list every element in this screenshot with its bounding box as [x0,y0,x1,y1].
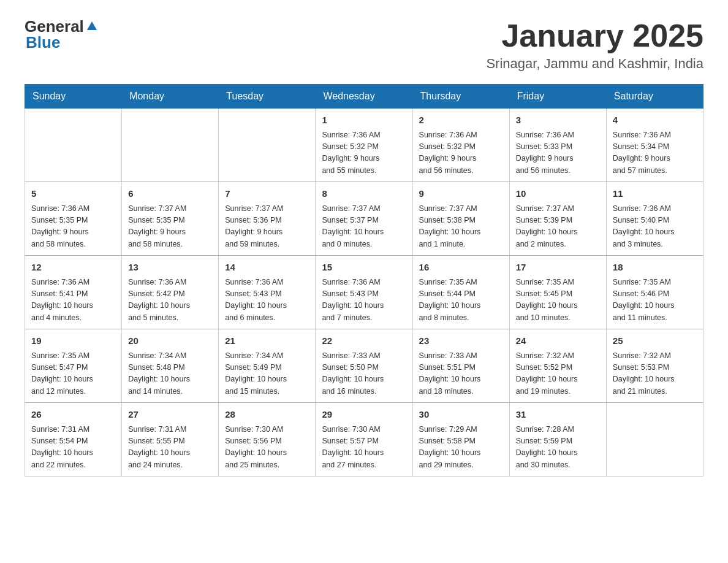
logo-blue-text: Blue [26,34,99,50]
column-header-saturday: Saturday [606,85,703,109]
day-info: Sunrise: 7:36 AM Sunset: 5:42 PM Dayligh… [128,277,212,324]
calendar-week-row: 26Sunrise: 7:31 AM Sunset: 5:54 PM Dayli… [25,403,703,477]
column-header-wednesday: Wednesday [316,85,412,109]
calendar-day-cell: 6Sunrise: 7:37 AM Sunset: 5:35 PM Daylig… [122,182,219,256]
day-number: 30 [419,408,503,422]
day-info: Sunrise: 7:36 AM Sunset: 5:35 PM Dayligh… [31,203,115,251]
calendar-day-cell: 13Sunrise: 7:36 AM Sunset: 5:42 PM Dayli… [122,256,219,329]
calendar-day-cell: 31Sunrise: 7:28 AM Sunset: 5:59 PM Dayli… [509,403,606,477]
day-info: Sunrise: 7:35 AM Sunset: 5:46 PM Dayligh… [613,277,697,324]
day-number: 7 [225,187,309,201]
day-info: Sunrise: 7:35 AM Sunset: 5:44 PM Dayligh… [419,277,503,324]
calendar-day-cell: 23Sunrise: 7:33 AM Sunset: 5:51 PM Dayli… [412,329,509,403]
day-info: Sunrise: 7:36 AM Sunset: 5:43 PM Dayligh… [322,277,406,324]
day-info: Sunrise: 7:35 AM Sunset: 5:45 PM Dayligh… [516,277,600,324]
calendar-day-cell: 29Sunrise: 7:30 AM Sunset: 5:57 PM Dayli… [316,403,412,477]
calendar-empty-cell [25,109,122,182]
day-info: Sunrise: 7:37 AM Sunset: 5:38 PM Dayligh… [419,203,503,251]
day-info: Sunrise: 7:29 AM Sunset: 5:58 PM Dayligh… [419,424,503,472]
day-info: Sunrise: 7:33 AM Sunset: 5:51 PM Dayligh… [419,350,503,398]
day-info: Sunrise: 7:37 AM Sunset: 5:36 PM Dayligh… [225,203,309,251]
day-number: 5 [31,187,115,201]
day-number: 23 [419,334,503,348]
day-info: Sunrise: 7:33 AM Sunset: 5:50 PM Dayligh… [322,350,406,398]
day-number: 18 [613,261,697,275]
calendar-day-cell: 10Sunrise: 7:37 AM Sunset: 5:39 PM Dayli… [509,182,606,256]
month-title: January 2025 [486,18,703,53]
day-number: 9 [419,187,503,201]
day-number: 4 [613,113,697,128]
day-number: 14 [225,261,309,275]
column-header-sunday: Sunday [25,85,122,109]
day-info: Sunrise: 7:36 AM Sunset: 5:34 PM Dayligh… [613,129,697,177]
column-header-thursday: Thursday [412,85,509,109]
day-number: 26 [31,408,115,422]
calendar-day-cell: 7Sunrise: 7:37 AM Sunset: 5:36 PM Daylig… [219,182,316,256]
day-info: Sunrise: 7:31 AM Sunset: 5:54 PM Dayligh… [31,424,115,472]
page-header: General Blue January 2025 Srinagar, Jamm… [25,18,703,72]
calendar-day-cell: 12Sunrise: 7:36 AM Sunset: 5:41 PM Dayli… [25,256,122,329]
day-number: 20 [128,334,212,348]
day-number: 15 [322,261,406,275]
location-title: Srinagar, Jammu and Kashmir, India [486,56,703,72]
calendar-day-cell: 25Sunrise: 7:32 AM Sunset: 5:53 PM Dayli… [606,329,703,403]
day-number: 17 [516,261,600,275]
calendar-empty-cell [219,109,316,182]
calendar-table: SundayMondayTuesdayWednesdayThursdayFrid… [25,84,703,477]
calendar-day-cell: 11Sunrise: 7:36 AM Sunset: 5:40 PM Dayli… [606,182,703,256]
calendar-day-cell: 3Sunrise: 7:36 AM Sunset: 5:33 PM Daylig… [509,109,606,182]
day-number: 27 [128,408,212,422]
calendar-day-cell: 8Sunrise: 7:37 AM Sunset: 5:37 PM Daylig… [316,182,412,256]
day-number: 24 [516,334,600,348]
day-info: Sunrise: 7:37 AM Sunset: 5:35 PM Dayligh… [128,203,212,251]
calendar-week-row: 5Sunrise: 7:36 AM Sunset: 5:35 PM Daylig… [25,182,703,256]
day-info: Sunrise: 7:30 AM Sunset: 5:57 PM Dayligh… [322,424,406,472]
day-number: 8 [322,187,406,201]
day-info: Sunrise: 7:31 AM Sunset: 5:55 PM Dayligh… [128,424,212,472]
day-number: 10 [516,187,600,201]
calendar-day-cell: 17Sunrise: 7:35 AM Sunset: 5:45 PM Dayli… [509,256,606,329]
day-number: 3 [516,113,600,128]
day-number: 29 [322,408,406,422]
logo: General Blue [25,18,99,50]
day-info: Sunrise: 7:37 AM Sunset: 5:37 PM Dayligh… [322,203,406,251]
day-info: Sunrise: 7:30 AM Sunset: 5:56 PM Dayligh… [225,424,309,472]
day-info: Sunrise: 7:36 AM Sunset: 5:43 PM Dayligh… [225,277,309,324]
logo-general-text: General [25,18,84,34]
day-info: Sunrise: 7:32 AM Sunset: 5:52 PM Dayligh… [516,350,600,398]
column-header-friday: Friday [509,85,606,109]
calendar-day-cell: 2Sunrise: 7:36 AM Sunset: 5:32 PM Daylig… [412,109,509,182]
calendar-day-cell: 24Sunrise: 7:32 AM Sunset: 5:52 PM Dayli… [509,329,606,403]
calendar-day-cell: 9Sunrise: 7:37 AM Sunset: 5:38 PM Daylig… [412,182,509,256]
day-number: 19 [31,334,115,348]
calendar-day-cell: 27Sunrise: 7:31 AM Sunset: 5:55 PM Dayli… [122,403,219,477]
day-info: Sunrise: 7:32 AM Sunset: 5:53 PM Dayligh… [613,350,697,398]
calendar-day-cell: 19Sunrise: 7:35 AM Sunset: 5:47 PM Dayli… [25,329,122,403]
day-info: Sunrise: 7:37 AM Sunset: 5:39 PM Dayligh… [516,203,600,251]
day-info: Sunrise: 7:34 AM Sunset: 5:49 PM Dayligh… [225,350,309,398]
calendar-day-cell: 30Sunrise: 7:29 AM Sunset: 5:58 PM Dayli… [412,403,509,477]
calendar-day-cell: 18Sunrise: 7:35 AM Sunset: 5:46 PM Dayli… [606,256,703,329]
calendar-week-row: 19Sunrise: 7:35 AM Sunset: 5:47 PM Dayli… [25,329,703,403]
calendar-day-cell: 21Sunrise: 7:34 AM Sunset: 5:49 PM Dayli… [219,329,316,403]
logo-triangle-icon [85,19,99,33]
calendar-week-row: 1Sunrise: 7:36 AM Sunset: 5:32 PM Daylig… [25,109,703,182]
day-number: 16 [419,261,503,275]
day-number: 12 [31,261,115,275]
svg-marker-0 [87,21,97,30]
day-number: 21 [225,334,309,348]
calendar-day-cell: 5Sunrise: 7:36 AM Sunset: 5:35 PM Daylig… [25,182,122,256]
day-info: Sunrise: 7:36 AM Sunset: 5:32 PM Dayligh… [322,129,406,177]
day-number: 13 [128,261,212,275]
day-number: 2 [419,113,503,128]
calendar-day-cell: 28Sunrise: 7:30 AM Sunset: 5:56 PM Dayli… [219,403,316,477]
calendar-day-cell: 20Sunrise: 7:34 AM Sunset: 5:48 PM Dayli… [122,329,219,403]
day-number: 6 [128,187,212,201]
column-header-monday: Monday [122,85,219,109]
day-info: Sunrise: 7:36 AM Sunset: 5:40 PM Dayligh… [613,203,697,251]
day-number: 31 [516,408,600,422]
day-number: 22 [322,334,406,348]
day-info: Sunrise: 7:35 AM Sunset: 5:47 PM Dayligh… [31,350,115,398]
column-header-tuesday: Tuesday [219,85,316,109]
calendar-day-cell: 1Sunrise: 7:36 AM Sunset: 5:32 PM Daylig… [316,109,412,182]
